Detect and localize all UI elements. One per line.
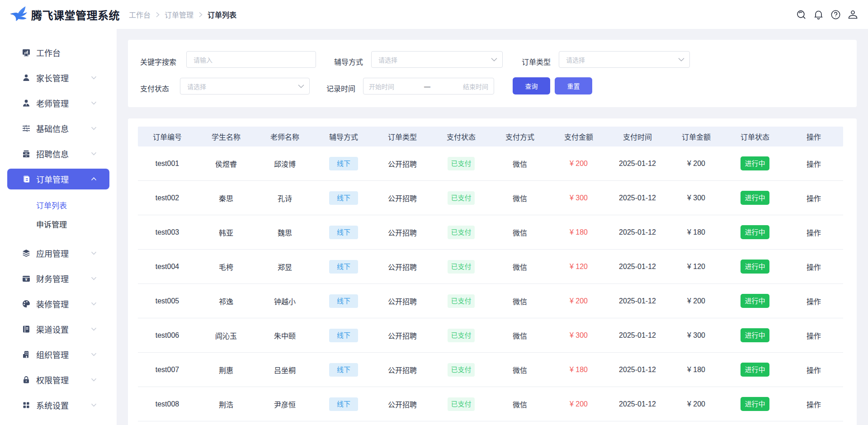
svg-text:¥: ¥ xyxy=(25,277,27,282)
